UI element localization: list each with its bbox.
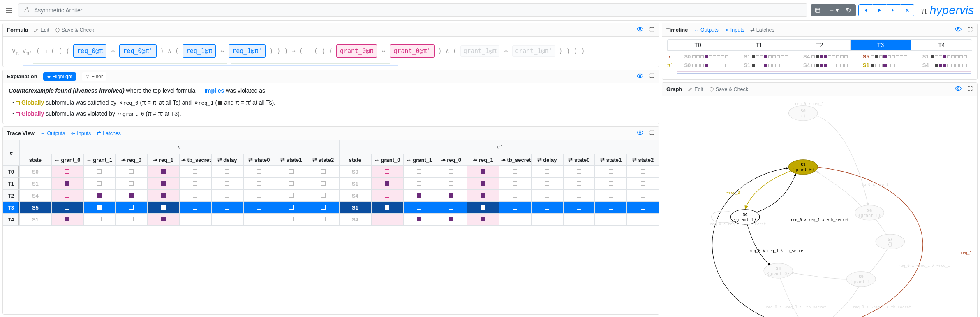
svg-text:req_0 ∧ ¬req_1 ∧ ¬req_1: req_0 ∧ ¬req_1 ∧ ¬req_1 [899,263,950,268]
timeline-step[interactable]: S5 [857,54,913,60]
expand-icon[interactable] [967,86,973,93]
highlight-toggle[interactable]: Highlight [43,72,76,81]
eye-icon[interactable] [637,26,643,34]
timeline-tab[interactable]: T4 [911,40,972,50]
term-req1-pip[interactable]: req_1@π' [229,44,266,58]
term-req1-pi[interactable]: req_1@π [183,44,216,58]
timeline-step[interactable]: S1 [917,54,972,60]
svg-text:¬req_0 ∧ req_1: ¬req_0 ∧ req_1 [857,182,888,186]
timeline-step[interactable]: S4 [798,54,853,60]
svg-point-23 [730,210,760,224]
eye-icon[interactable] [637,72,643,80]
timeline-tab[interactable]: T3 [851,40,911,50]
timeline-tab[interactable]: T1 [728,40,789,50]
graph-node[interactable]: S4{grant_1} [730,210,760,224]
svg-text:S6: S6 [867,208,872,213]
trace-table[interactable]: #ππ'state↔ grant_0↔ grant_1↠ req_0↠ req_… [3,140,659,226]
timeline-step[interactable]: S1 [738,62,794,68]
graph-edit-button[interactable]: Edit [688,86,703,92]
expand-icon[interactable] [967,26,973,33]
step-fwd-button[interactable] [886,4,900,16]
graph-node[interactable]: S9{grant_1} [847,272,876,287]
term-grant1-pip[interactable]: grant_1@π' [512,45,555,57]
expand-icon[interactable] [649,130,655,137]
graph-node[interactable]: S1{grant_0} [788,160,818,175]
term-grant0-pip[interactable]: grant_0@π' [390,44,434,58]
example-selector[interactable]: Asymmetric Arbiter [18,3,807,17]
svg-text:{}: {} [801,114,806,118]
timeline-step[interactable]: S4 [917,62,972,68]
stop-button[interactable] [900,4,914,16]
trace-outputs-toggle[interactable]: ↔ Outputs [40,131,65,136]
svg-point-35 [847,272,876,287]
table-row[interactable]: T2S4S4 [3,190,659,202]
table-row[interactable]: T0S0S0 [3,166,659,178]
eye-icon[interactable] [955,26,962,34]
svg-point-4 [639,132,641,133]
timeline-tab[interactable]: T2 [789,40,850,50]
timeline-step[interactable]: S0 [679,62,734,68]
svg-text:{grant_0}: {grant_0} [792,168,814,172]
step-back-button[interactable] [858,4,872,16]
svg-text:{grant_0}: {grant_0} [767,271,790,276]
filter-toggle[interactable]: Filter [82,72,106,81]
graph-title: Graph [666,86,682,92]
explanation-line-2: Globally subformula was violated by ↔gra… [16,108,653,119]
term-req0-pip[interactable]: req_0@π' [119,44,156,58]
explanation-lead: Counterexample found (liveness involved)… [9,87,653,94]
state-cell: S1 [339,178,371,190]
state-cell: S4 [339,190,371,202]
state-graph[interactable]: ¬req_0req_0 ∧ req_1 ∧ ¬tb_secretreq_1req… [662,96,977,317]
timeline-step[interactable]: S4 [798,62,853,68]
trace-inputs-toggle[interactable]: ↠ Inputs [71,130,91,136]
eye-icon[interactable] [637,129,643,137]
logo-pi-icon: π [922,4,927,17]
term-grant1-pi[interactable]: grant_1@π [460,45,499,57]
svg-text:req_0 ∧ req_1 ∧ tb_secret: req_0 ∧ req_1 ∧ tb_secret [749,249,805,253]
graph-save-check-button[interactable]: Save & Check [709,86,748,92]
logo-text: hypervis [930,4,974,17]
timeline-outputs-toggle[interactable]: ↔ Outputs [694,27,719,33]
svg-text:{grant_1}: {grant_1} [850,280,873,284]
eye-icon[interactable] [955,85,962,93]
trace-latches-toggle[interactable]: ⇄ Latches [97,130,121,136]
expand-icon[interactable] [649,26,655,33]
timeline-tab[interactable]: T0 [668,40,728,50]
trace-title: Trace View [7,130,35,136]
list-menu-button[interactable]: ▾ [825,4,842,16]
svg-text:req_0 ∧ ¬req_1 ∧ ¬tb_secret: req_0 ∧ ¬req_1 ∧ ¬tb_secret [766,305,826,309]
graph-node[interactable]: S6{grant_1} [855,205,884,220]
play-button[interactable] [872,4,886,16]
menu-button[interactable] [3,5,15,16]
formula-panel: Formula Edit Save & Check [2,23,659,67]
graph-node[interactable]: S7{} [876,234,905,249]
expand-icon[interactable] [649,73,655,80]
svg-text:S4: S4 [743,212,748,217]
layout-button[interactable] [811,4,825,16]
formula-edit-button[interactable]: Edit [34,27,49,33]
table-row[interactable]: T4S1S4 [3,214,659,226]
timeline-step[interactable]: S1 [857,62,913,68]
timeline-inputs-toggle[interactable]: ↠ Inputs [724,27,744,33]
svg-rect-0 [815,8,820,12]
svg-text:req_0 ∧ ¬req_1 ∧ tb_secret: req_0 ∧ ¬req_1 ∧ tb_secret [853,305,911,309]
svg-point-3 [639,75,641,77]
term-grant0-pi[interactable]: grant_0@π [336,44,377,58]
timeline-latches-toggle[interactable]: ⇄ Latches [750,27,774,33]
term-req0-pi[interactable]: req_0@π [73,44,106,58]
graph-node[interactable]: S0{} [788,106,818,121]
timeline-step[interactable]: S0 [679,54,734,60]
svg-text:{grant_1}: {grant_1} [858,213,881,218]
graph-panel: Graph Edit Save & Check ¬req_0req [662,82,978,317]
tag-button[interactable] [842,4,856,16]
formula-save-check-button[interactable]: Save & Check [55,27,94,33]
svg-text:S9: S9 [859,275,864,279]
example-name: Asymmetric Arbiter [34,7,82,14]
graph-node[interactable]: S8{grant_0} [764,263,793,278]
table-row[interactable]: T1S1S1 [3,178,659,190]
table-row[interactable]: T3S5S1 [3,202,659,214]
svg-text:req_0 ∧ req_1 ∧ ¬tb_secret: req_0 ∧ req_1 ∧ ¬tb_secret [790,218,849,222]
state-cell: S0 [19,166,51,178]
timeline-step[interactable]: S1 [738,54,794,60]
svg-point-32 [764,263,793,278]
